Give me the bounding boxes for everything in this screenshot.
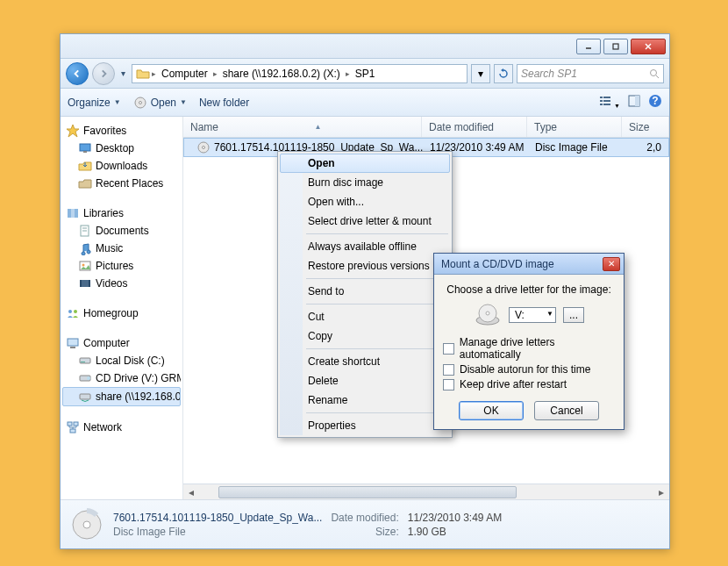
scroll-left-icon[interactable]: ◂: [183, 484, 199, 499]
ctx-cut[interactable]: Cut: [280, 307, 450, 326]
crumb-computer[interactable]: Computer: [158, 68, 211, 80]
cd-drive-icon: [474, 301, 502, 329]
svg-point-32: [74, 310, 77, 313]
col-date[interactable]: Date modified: [422, 117, 527, 137]
browse-button[interactable]: ...: [563, 307, 584, 323]
sort-indicator-icon: ▲: [315, 123, 322, 131]
details-size-value: 1.90 GB: [408, 526, 502, 538]
svg-point-27: [82, 264, 85, 267]
ctx-burn[interactable]: Burn disc image: [280, 173, 450, 192]
svg-point-46: [83, 521, 90, 528]
details-type: Disc Image File: [113, 526, 322, 538]
address-bar[interactable]: ▸ Computer ▸ share (\\192.168.0.2) (X:) …: [132, 64, 467, 83]
dialog-close-button[interactable]: ✕: [603, 257, 620, 271]
ctx-rename[interactable]: Rename: [280, 390, 450, 410]
ok-button[interactable]: OK: [459, 401, 524, 420]
svg-point-49: [486, 312, 489, 315]
chk-manage-auto[interactable]: Manage drive letters automatically: [443, 336, 615, 361]
nav-documents[interactable]: Documents: [62, 222, 181, 240]
svg-rect-29: [80, 280, 82, 287]
nav-music[interactable]: Music: [62, 240, 181, 257]
close-button[interactable]: [631, 39, 666, 54]
nav-network[interactable]: Network: [62, 419, 181, 436]
refresh-button[interactable]: [494, 64, 513, 83]
svg-rect-11: [603, 100, 610, 102]
nav-recent[interactable]: Recent Places: [62, 175, 181, 192]
nav-downloads[interactable]: Downloads: [62, 157, 181, 175]
scroll-thumb[interactable]: [218, 486, 517, 498]
preview-pane-button[interactable]: [627, 94, 641, 111]
svg-rect-35: [80, 358, 90, 363]
ctx-offline[interactable]: Always available offline: [280, 237, 450, 256]
svg-rect-10: [600, 100, 603, 102]
nav-homegroup[interactable]: Homegroup: [62, 304, 181, 322]
nav-videos[interactable]: Videos: [62, 275, 181, 292]
svg-rect-41: [74, 422, 78, 426]
search-box[interactable]: Search SP1: [517, 64, 664, 83]
ctx-sendto[interactable]: Send to▶: [280, 282, 450, 301]
navigation-pane: Favorites Desktop Downloads Recent Place…: [61, 117, 183, 499]
svg-rect-39: [80, 394, 90, 399]
nav-share-x[interactable]: share (\\192.168.0.2): [62, 387, 181, 406]
scroll-right-icon[interactable]: ▸: [653, 484, 669, 499]
ctx-open[interactable]: Open: [280, 154, 450, 173]
svg-rect-33: [68, 339, 78, 346]
svg-rect-1: [613, 44, 618, 49]
context-menu: Open Burn disc image Open with... Select…: [277, 151, 453, 438]
details-size-label: Size:: [331, 526, 398, 538]
svg-rect-30: [89, 280, 90, 287]
svg-rect-22: [75, 209, 78, 218]
toolbar: Organize▼ Open▼ New folder ▼ ?: [61, 89, 669, 117]
ctx-restore[interactable]: Restore previous versions: [280, 256, 450, 276]
navbar: ▾ ▸ Computer ▸ share (\\192.168.0.2) (X:…: [61, 59, 669, 89]
dialog-titlebar: Mount a CD/DVD image ✕: [434, 254, 624, 275]
svg-rect-21: [71, 209, 75, 218]
crumb-share[interactable]: share (\\192.168.0.2) (X:): [219, 68, 344, 80]
details-filename: 7601.17514.101119-1850_Update_Sp_Wa...: [113, 512, 322, 524]
forward-button[interactable]: [92, 62, 115, 85]
checkbox-icon: [443, 379, 454, 390]
view-options[interactable]: ▼: [598, 94, 620, 111]
ctx-properties[interactable]: Properties: [280, 416, 450, 435]
open-menu[interactable]: Open▼: [133, 96, 187, 110]
nav-cd-drive-v[interactable]: CD Drive (V:) GRMSP: [62, 369, 181, 387]
cancel-button[interactable]: Cancel: [534, 401, 599, 420]
organize-menu[interactable]: Organize▼: [68, 97, 121, 109]
nav-libraries[interactable]: Libraries: [62, 204, 181, 222]
details-pane: 7601.17514.101119-1850_Update_Sp_Wa... D…: [61, 499, 669, 548]
mount-dialog: Mount a CD/DVD image ✕ Choose a drive le…: [433, 253, 625, 430]
svg-rect-34: [70, 347, 75, 348]
nav-favorites[interactable]: Favorites: [62, 122, 181, 140]
ctx-copy[interactable]: Copy: [280, 326, 450, 346]
ctx-openwith[interactable]: Open with...: [280, 192, 450, 211]
maximize-button[interactable]: [603, 39, 628, 54]
col-type[interactable]: Type: [527, 117, 622, 137]
chk-keep-restart[interactable]: Keep drive after restart: [443, 378, 615, 390]
dialog-prompt: Choose a drive letter for the image:: [443, 283, 615, 296]
nav-desktop[interactable]: Desktop: [62, 140, 181, 157]
new-folder-button[interactable]: New folder: [199, 97, 249, 109]
ctx-select-mount[interactable]: Select drive letter & mount: [280, 211, 450, 231]
col-size[interactable]: Size: [622, 117, 669, 137]
drive-letter-select[interactable]: V:: [509, 307, 556, 323]
titlebar: [61, 34, 669, 59]
horizontal-scrollbar[interactable]: ◂ ▸: [183, 484, 669, 499]
col-name[interactable]: Name▲: [183, 117, 422, 137]
nav-computer[interactable]: Computer: [62, 334, 181, 352]
history-dropdown[interactable]: ▾: [118, 68, 128, 78]
back-button[interactable]: [66, 62, 89, 85]
ctx-delete[interactable]: Delete: [280, 371, 450, 390]
nav-local-disk-c[interactable]: Local Disk (C:): [62, 352, 181, 369]
address-dropdown[interactable]: ▾: [471, 64, 490, 83]
details-date-label: Date modified:: [331, 512, 398, 524]
svg-rect-8: [600, 97, 603, 98]
folder-icon: [136, 67, 150, 81]
crumb-sp1[interactable]: SP1: [352, 68, 379, 80]
nav-pictures[interactable]: Pictures: [62, 257, 181, 275]
minimize-button[interactable]: [576, 39, 601, 54]
ctx-shortcut[interactable]: Create shortcut: [280, 352, 450, 371]
svg-point-44: [203, 147, 205, 149]
help-button[interactable]: ?: [648, 94, 662, 111]
chk-disable-autorun[interactable]: Disable autorun for this time: [443, 363, 615, 376]
svg-rect-19: [83, 151, 87, 153]
